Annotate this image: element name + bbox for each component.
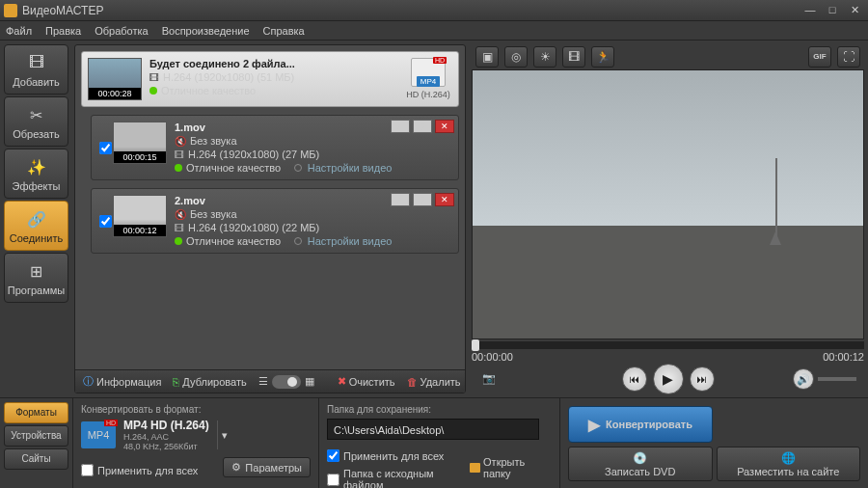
disc-icon: 💿 [633,451,647,465]
time-current: 00:00:00 [472,351,513,363]
sidebar-join[interactable]: 🔗Соединить [4,201,68,251]
apply-all-folder-checkbox[interactable] [327,449,339,462]
sidebar-effects[interactable]: ✨Эффекты [4,149,68,199]
chevron-down-icon[interactable]: ▾ [217,420,232,449]
move-down-button[interactable]: ▼ [413,120,432,133]
merge-output-card[interactable]: 00:00:28 Будет соединено 2 файла... 🎞 H.… [81,51,459,107]
clear-button[interactable]: ✖Очистить [338,375,395,388]
video-settings-link[interactable]: Настройки видео [308,235,393,247]
play-button[interactable]: ▶ [653,364,684,394]
close-button[interactable]: ✕ [845,4,864,17]
rotate-icon[interactable]: ◎ [504,46,528,68]
globe-icon: 🌐 [781,451,796,465]
screenshot-button[interactable]: 📷 [479,370,499,388]
maximize-button[interactable]: □ [823,4,842,17]
convert-button[interactable]: ▶Конвертировать [568,406,713,443]
list-view-icon[interactable]: ☰ [258,375,268,388]
seek-bar[interactable] [472,341,864,349]
menu-file[interactable]: Файл [6,25,32,37]
burn-dvd-button[interactable]: 💿Записать DVD [568,447,713,481]
film-plus-icon: 🎞 [25,51,48,74]
menu-edit[interactable]: Правка [45,25,81,37]
prev-button[interactable]: ⏮ [622,366,647,392]
merge-quality: Отличное качество [149,85,404,96]
menu-process[interactable]: Обработка [95,25,148,37]
link-icon: 🔗 [25,207,48,230]
menu-playback[interactable]: Воспроизведение [162,25,250,37]
gear-icon: ⚙ [231,461,241,474]
tab-devices[interactable]: Устройства [4,425,68,447]
grid-view-icon[interactable]: ▦ [305,375,314,388]
sidebar: 🎞Добавить ✂Обрезать ✨Эффекты 🔗Соединить … [0,41,72,397]
playback-controls: 📷 ⏮ ▶ ⏭ 🔊 [472,365,864,393]
remove-file-button[interactable]: ✕ [435,120,454,133]
scissors-icon: ✂ [25,103,48,126]
file-item-1[interactable]: 00:00:15 1.mov 🔇 Без звука 🎞 H.264 (1920… [91,115,459,180]
file-list-panel: 00:00:28 Будет соединено 2 файла... 🎞 H.… [74,44,466,393]
delete-button[interactable]: 🗑Удалить [407,376,461,388]
file-item-2[interactable]: 00:00:12 2.mov 🔇 Без звука 🎞 H.264 (1920… [91,188,459,254]
preview-panel: ▣ ◎ ☀ 🎞 🏃 GIF ⛶ 00:00:0000:00:12 📷 ⏮ ▶ ⏭… [468,41,868,397]
play-icon: ▶ [588,416,600,434]
duplicate-button[interactable]: ⎘Дублировать [173,376,246,388]
enhance-icon[interactable]: 🎞 [562,46,585,68]
source-folder-checkbox[interactable] [327,474,339,486]
remove-file-button[interactable]: ✕ [435,193,454,206]
view-toggle[interactable] [272,375,301,389]
volume-button[interactable]: 🔊 [793,368,814,390]
speed-icon[interactable]: 🏃 [591,46,614,68]
bottom-panel: Форматы Устройства Сайты Конвертировать … [0,397,868,488]
move-up-button[interactable]: ▲ [391,120,410,133]
gif-button[interactable]: GIF [808,46,831,68]
merge-codec: 🎞 H.264 (1920x1080) (51 МБ) [149,71,404,83]
sidebar-add[interactable]: 🎞Добавить [4,44,68,95]
next-button[interactable]: ⏭ [690,366,715,392]
folder-icon [470,463,480,473]
file-thumbnail: 00:00:15 [113,122,167,164]
video-settings-link[interactable]: Настройки видео [308,162,393,174]
sidebar-trim[interactable]: ✂Обрезать [4,96,68,147]
file-checkbox[interactable] [99,142,112,154]
crop-icon[interactable]: ▣ [475,46,499,68]
video-preview[interactable] [472,69,864,339]
info-button[interactable]: ⓘИнформация [83,374,161,389]
open-folder-button[interactable]: Открыть папку [470,456,552,479]
minimize-button[interactable]: — [800,4,820,17]
titlebar: ВидеоМАСТЕР — □ ✕ [0,0,868,21]
move-up-button[interactable]: ▲ [391,193,410,206]
tab-formats[interactable]: Форматы [4,402,68,423]
file-checkbox[interactable] [99,215,112,228]
duration-label: 00:00:28 [89,88,141,99]
preview-toolbar: ▣ ◎ ☀ 🎞 🏃 GIF ⛶ [472,44,864,69]
merge-title: Будет соединено 2 файла... [149,58,404,69]
convert-to-label: Конвертировать в формат: [81,404,311,415]
gear-icon [294,164,302,172]
parameters-button[interactable]: ⚙Параметры [223,457,311,477]
app-logo-icon [4,4,17,17]
file-thumbnail: 00:00:12 [113,195,167,237]
output-format-selector[interactable]: HDMP4 HD (H.264) [404,58,452,100]
tab-sites[interactable]: Сайты [4,448,68,470]
menubar: Файл Правка Обработка Воспроизведение Сп… [0,21,868,41]
list-toolbar: ⓘИнформация ⎘Дублировать ☰▦ ✖Очистить 🗑У… [75,369,465,393]
menu-help[interactable]: Справка [263,25,305,37]
publish-button[interactable]: 🌐Разместить на сайте [717,447,861,481]
gear-icon [294,237,302,245]
save-path-field[interactable]: C:\Users\Aida\Desktop\ [327,419,539,440]
apply-all-format-checkbox[interactable] [81,464,94,476]
fullscreen-icon[interactable]: ⛶ [837,46,860,68]
sparkle-icon: ✨ [25,155,48,178]
move-down-button[interactable]: ▼ [413,193,432,206]
seek-knob[interactable] [472,339,479,351]
save-folder-label: Папка для сохранения: [327,404,552,415]
time-total: 00:00:12 [823,351,864,363]
grid-icon: ⊞ [25,259,48,283]
app-title: ВидеоМАСТЕР [22,4,798,17]
merge-thumbnail: 00:00:28 [88,58,142,100]
volume-slider[interactable] [818,377,856,381]
format-picker[interactable]: HDMP4 MP4 HD (H.264)H.264, AAC 48,0 KHz,… [81,419,311,451]
file-list: 00:00:28 Будет соединено 2 файла... 🎞 H.… [75,45,465,369]
bottom-tabs: Форматы Устройства Сайты [0,398,72,488]
brightness-icon[interactable]: ☀ [533,46,556,68]
sidebar-programs[interactable]: ⊞Программы [4,253,68,303]
